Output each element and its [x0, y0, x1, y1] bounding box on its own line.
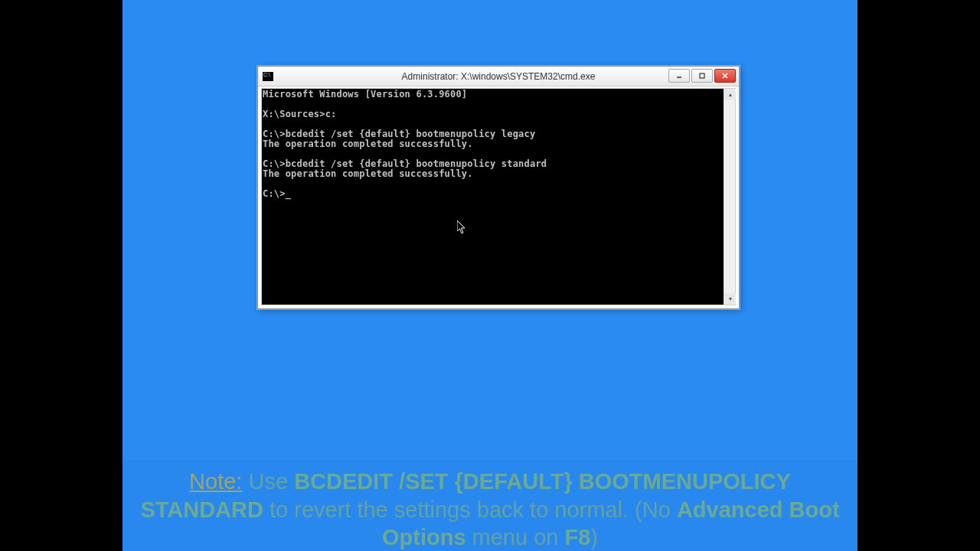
caption-text-3: menu on	[466, 525, 565, 549]
caption-text-4: )	[590, 525, 598, 549]
close-button[interactable]	[714, 69, 736, 83]
caption-overlay: Note: Use BCDEDIT /SET {DEFAULT} BOOTMEN…	[122, 460, 858, 551]
svg-rect-1	[700, 73, 704, 78]
console-output[interactable]: Microsoft Windows [Version 6.3.9600] X:\…	[262, 89, 724, 305]
maximize-button[interactable]	[691, 69, 713, 83]
window-title: Administrator: X:\windows\SYSTEM32\cmd.e…	[402, 71, 596, 82]
caption-text-2: to revert the settings back to normal. (…	[263, 497, 677, 522]
titlebar[interactable]: Administrator: X:\windows\SYSTEM32\cmd.e…	[258, 67, 739, 86]
cmd-icon	[263, 72, 273, 81]
cmd-window: Administrator: X:\windows\SYSTEM32\cmd.e…	[257, 66, 740, 309]
scroll-down-arrow-icon[interactable]: ▾	[724, 293, 736, 305]
console-client-area: Microsoft Windows [Version 6.3.9600] X:\…	[261, 88, 736, 305]
scroll-up-arrow-icon[interactable]: ▴	[724, 89, 736, 100]
caption-note-label: Note:	[189, 469, 242, 494]
pillarbox-left	[0, 0, 122, 551]
caption-key: F8	[565, 525, 591, 549]
pillarbox-right	[858, 0, 980, 551]
minimize-button[interactable]	[668, 69, 690, 83]
window-controls	[668, 69, 736, 83]
vertical-scrollbar[interactable]: ▴ ▾	[724, 89, 735, 305]
caption-text-1: Use	[242, 469, 294, 494]
